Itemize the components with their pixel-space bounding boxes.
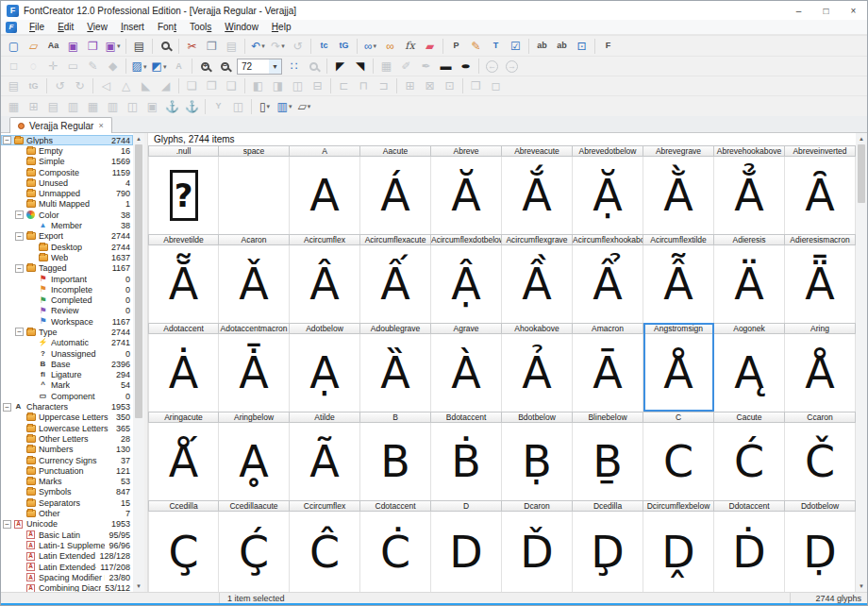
find-button[interactable] bbox=[156, 37, 175, 55]
glyph-cell-ccedilla[interactable]: CcedillaÇ bbox=[148, 500, 219, 592]
tree-item-characters[interactable]: −ACharacters1953 bbox=[1, 401, 133, 412]
insert-characters-button[interactable]: tc bbox=[314, 37, 334, 55]
tree-item-incomplete[interactable]: ⚑Incomplete0 bbox=[1, 284, 133, 295]
tree-item-multi-mapped[interactable]: Multi Mapped1 bbox=[1, 199, 133, 210]
tree-item-desktop[interactable]: Desktop2744 bbox=[1, 242, 133, 252]
glyph-cell-amacron[interactable]: AmacronĀ bbox=[573, 323, 643, 412]
tree-item-color[interactable]: −Color38 bbox=[1, 210, 133, 220]
glyph-cell-ddotaccent[interactable]: DdotaccentḊ bbox=[714, 500, 785, 592]
glyph-cell-c[interactable]: CC bbox=[643, 412, 714, 500]
print-button[interactable]: ▤ bbox=[129, 37, 149, 55]
grid-scrollbar-thumb[interactable] bbox=[858, 144, 865, 203]
menu-window[interactable]: Window bbox=[218, 21, 265, 33]
collapse-expander-icon[interactable]: − bbox=[15, 328, 24, 336]
insert-glyphs-button[interactable]: tG bbox=[334, 37, 354, 55]
fill-mode-button[interactable]: ◩▾ bbox=[149, 58, 169, 76]
collapse-expander-icon[interactable]: − bbox=[3, 136, 11, 144]
glyph-cell-acircumflexgrave[interactable]: AcircumflexgraveẦ bbox=[502, 234, 573, 323]
chevron-down-icon[interactable]: ▾ bbox=[289, 103, 292, 109]
glyph-cell-cdotaccent[interactable]: CdotaccentĊ bbox=[360, 500, 431, 592]
glyph-cell-adieresis[interactable]: AdieresisÄ bbox=[714, 234, 785, 323]
menu-insert[interactable]: Insert bbox=[114, 21, 151, 33]
glyph-properties-button[interactable]: P bbox=[446, 37, 466, 55]
glyph-cell-acircumflexhookabove[interactable]: AcircumflexhookaboveẨ bbox=[573, 234, 643, 323]
tree-item-lowercase-letters[interactable]: Lowercase Letters365 bbox=[1, 423, 133, 433]
maximize-button[interactable]: □ bbox=[812, 1, 840, 20]
glyph-cell-angstromsign[interactable]: AngstromsignÅ bbox=[643, 323, 714, 412]
scroll-up-icon[interactable]: ▲ bbox=[133, 133, 144, 144]
undo-button[interactable]: ↶▾ bbox=[248, 37, 268, 55]
minimize-button[interactable]: – bbox=[785, 1, 812, 20]
chevron-down-icon[interactable]: ▾ bbox=[281, 42, 285, 49]
glyph-cell-aring[interactable]: AringÅ bbox=[785, 323, 856, 412]
naming-fields-button[interactable]: ab bbox=[552, 37, 572, 55]
glyph-cell-aringbelow[interactable]: AringbelowḀ bbox=[219, 412, 290, 500]
glyph-cell-adotaccentmacron[interactable]: AdotaccentmacronǠ bbox=[219, 323, 290, 412]
tree-scrollbar[interactable]: ▲ ▼ bbox=[133, 133, 144, 592]
unlink-composite-button[interactable]: ∞ bbox=[380, 37, 400, 55]
tree-item-unassigned[interactable]: ?Unassigned0 bbox=[1, 348, 133, 359]
collapse-expander-icon[interactable]: − bbox=[3, 520, 11, 529]
new-font-button[interactable]: ▢ bbox=[4, 37, 24, 55]
save-all-button[interactable]: ▣▾ bbox=[103, 37, 123, 55]
insert-ellipse-button[interactable]: ● bbox=[456, 58, 476, 76]
glyph-cell-cacute[interactable]: CacuteĆ bbox=[714, 412, 785, 500]
glyph-cell-adoublegrave[interactable]: AdoublegraveȀ bbox=[360, 323, 431, 412]
eraser-button[interactable]: ▰ bbox=[420, 37, 440, 55]
glyph-cell-acircumflexacute[interactable]: AcircumflexacuteẤ bbox=[360, 234, 431, 323]
glyph-cell-b[interactable]: BB bbox=[360, 412, 431, 500]
collapse-expander-icon[interactable]: − bbox=[3, 403, 11, 412]
tree-item-completed[interactable]: ⚑Completed0 bbox=[1, 295, 133, 305]
validate-button[interactable]: ☑ bbox=[506, 37, 526, 55]
chevron-down-icon[interactable]: ▾ bbox=[143, 63, 147, 70]
tree-item-ligature[interactable]: fiLigature294 bbox=[1, 370, 133, 380]
menu-tools[interactable]: Tools bbox=[183, 21, 218, 33]
autonaming-button[interactable]: ab bbox=[532, 37, 552, 55]
chevron-down-icon[interactable]: ▾ bbox=[117, 42, 121, 49]
glyph-cell-abrevedotbelow[interactable]: AbrevedotbelowẶ bbox=[573, 145, 643, 234]
tree-item-composite[interactable]: Composite1159 bbox=[1, 167, 133, 177]
font-properties-button[interactable]: Aa bbox=[43, 37, 63, 55]
chevron-down-icon[interactable]: ▾ bbox=[308, 103, 311, 109]
link-composite-button[interactable]: ∞▾ bbox=[360, 37, 380, 55]
menubar-file-icon[interactable]: F bbox=[6, 22, 17, 33]
cut-button[interactable]: ✂ bbox=[182, 37, 202, 55]
chevron-down-icon[interactable]: ▾ bbox=[267, 103, 271, 109]
glyph-cell-aringacute[interactable]: AringacuteǺ bbox=[148, 412, 219, 500]
glyph-cell-d[interactable]: DD bbox=[431, 500, 502, 592]
glyph-cell-atilde[interactable]: AtildeÃ bbox=[290, 412, 360, 500]
glyph-cell-.null[interactable]: .null? bbox=[148, 145, 219, 234]
tree-item-currency-signs[interactable]: Currency Signs37 bbox=[1, 455, 133, 465]
glyph-cell-adieresismacron[interactable]: AdieresismacronǞ bbox=[785, 234, 856, 323]
tree-item-spacing-modifier-let[interactable]: ASpacing Modifier Let...23/80 bbox=[1, 572, 133, 582]
tree-item-review[interactable]: ⚑Review0 bbox=[1, 306, 133, 316]
font-test-button[interactable]: F bbox=[598, 37, 618, 55]
tree-item-unicode[interactable]: −AUnicode1953 bbox=[1, 519, 133, 530]
glyph-cell-dcaron[interactable]: DcaronĎ bbox=[502, 500, 573, 592]
tree-item-component[interactable]: ▭Component0 bbox=[1, 391, 133, 401]
glyph-cell-blinebelow[interactable]: BlinebelowḆ bbox=[573, 412, 643, 500]
tree-item-other[interactable]: Other7 bbox=[1, 508, 133, 518]
edit-glyph-button[interactable]: ✎ bbox=[466, 37, 486, 55]
glyph-cell-ahookabove[interactable]: AhookaboveẢ bbox=[502, 323, 573, 412]
glyph-cell-agrave[interactable]: AgraveÀ bbox=[431, 323, 502, 412]
glyph-cell-abrevegrave[interactable]: AbrevegraveẰ bbox=[643, 145, 714, 234]
glyph-cell-ccircumflex[interactable]: CcircumflexĈ bbox=[290, 500, 360, 592]
glyph-cell-a[interactable]: AA bbox=[290, 145, 360, 234]
tree-item-export[interactable]: −Export2744 bbox=[1, 231, 133, 242]
tree-item-latin-extended-b[interactable]: ALatin Extended-B117/208 bbox=[1, 562, 133, 572]
chevron-down-icon[interactable]: ▾ bbox=[163, 63, 167, 70]
glyph-cell-bdotbelow[interactable]: BdotbelowḄ bbox=[502, 412, 573, 500]
tree-item-base[interactable]: BBase2396 bbox=[1, 359, 133, 369]
menu-edit[interactable]: Edit bbox=[51, 21, 80, 33]
tree-item-empty[interactable]: Empty16 bbox=[1, 145, 133, 156]
tree-item-latin-1-supplement[interactable]: ALatin-1 Supplement96/96 bbox=[1, 540, 133, 550]
tree-item-latin-extended-a[interactable]: ALatin Extended-A128/128 bbox=[1, 551, 133, 562]
tree-item-workspace[interactable]: ⚑Workspace1167 bbox=[1, 316, 133, 327]
menu-font[interactable]: Font bbox=[151, 21, 183, 33]
glyph-cell-adotbelow[interactable]: AdotbelowẠ bbox=[290, 323, 360, 412]
tree-item-simple[interactable]: Simple1569 bbox=[1, 157, 133, 167]
zoom-points-button[interactable]: ∷ bbox=[284, 58, 304, 76]
menu-file[interactable]: File bbox=[23, 21, 51, 33]
tree-item-type[interactable]: −Type2744 bbox=[1, 327, 133, 337]
